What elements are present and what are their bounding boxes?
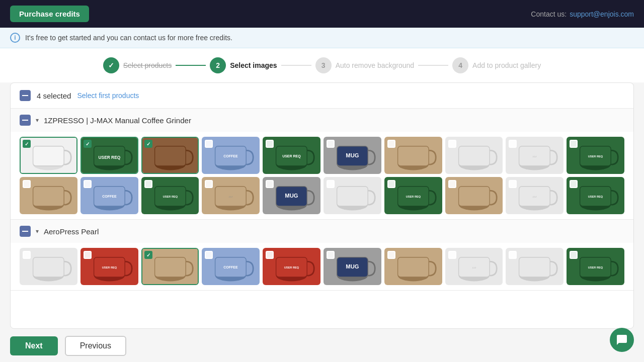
image-checkbox[interactable]: [327, 251, 335, 259]
product-2-name: AeroPress Pearl: [44, 227, 99, 236]
image-item[interactable]: ♪♪♪: [202, 177, 260, 214]
image-checkbox[interactable]: [509, 251, 517, 259]
image-item[interactable]: USER REQ: [567, 137, 624, 174]
image-checkbox[interactable]: [327, 140, 335, 148]
connector-1: [176, 65, 206, 66]
svg-rect-46: [458, 187, 490, 206]
image-item[interactable]: USER REQ: [263, 248, 320, 285]
image-item[interactable]: USER REQ: [567, 177, 624, 214]
image-checkbox[interactable]: [266, 251, 274, 259]
image-item[interactable]: [445, 177, 503, 214]
svg-rect-41: [337, 187, 368, 206]
svg-text:MUG: MUG: [285, 193, 298, 199]
image-item[interactable]: ♪♪♪: [506, 177, 564, 214]
chevron-down-icon[interactable]: ▾: [36, 117, 39, 124]
image-checkbox[interactable]: [570, 251, 578, 259]
image-checkbox[interactable]: [448, 180, 456, 188]
image-checkbox[interactable]: [387, 180, 395, 188]
image-checkbox[interactable]: [509, 180, 517, 188]
svg-text:USER REQ: USER REQ: [98, 155, 120, 160]
image-checkbox[interactable]: [327, 180, 335, 188]
chat-button[interactable]: [610, 328, 634, 352]
image-checkbox[interactable]: [266, 140, 274, 148]
product-2-deselect[interactable]: [20, 226, 31, 237]
step-3-circle: 3: [315, 57, 332, 73]
image-item[interactable]: [20, 248, 77, 285]
image-checkbox[interactable]: [387, 140, 395, 148]
image-checkbox[interactable]: [144, 140, 152, 148]
image-checkbox[interactable]: [23, 180, 31, 188]
next-button[interactable]: Next: [10, 336, 58, 355]
svg-text:USER REQ: USER REQ: [284, 266, 299, 269]
select-first-link[interactable]: Select first products: [77, 92, 139, 100]
image-checkbox[interactable]: [387, 251, 395, 259]
product-1-deselect[interactable]: [20, 115, 31, 126]
image-checkbox[interactable]: [448, 140, 456, 148]
image-checkbox[interactable]: [509, 140, 517, 148]
svg-rect-27: [33, 187, 64, 206]
step-1-circle: ✓: [103, 57, 119, 73]
chevron-down-icon-2[interactable]: ▾: [36, 228, 39, 235]
image-item[interactable]: MUG: [324, 137, 381, 174]
image-item[interactable]: [384, 248, 442, 285]
step-2-label: Select images: [230, 61, 277, 69]
image-item[interactable]: MUG: [263, 177, 320, 214]
image-item[interactable]: COFFEE: [202, 248, 260, 285]
image-item[interactable]: [141, 248, 199, 285]
image-checkbox[interactable]: [570, 180, 578, 188]
image-item[interactable]: USER REQ: [80, 248, 138, 285]
product-1-name: 1ZPRESSO | J-MAX Manual Coffee Grinder: [44, 116, 191, 125]
header: Purchase credits Contact us: support@enj…: [0, 0, 644, 28]
image-checkbox[interactable]: [144, 180, 152, 188]
svg-text:COFFEE: COFFEE: [224, 265, 238, 269]
image-checkbox[interactable]: [84, 140, 92, 148]
deselect-all-button[interactable]: [20, 90, 31, 101]
image-item[interactable]: [20, 177, 77, 214]
image-checkbox[interactable]: [266, 180, 274, 188]
image-item[interactable]: USER REQ: [141, 177, 199, 214]
svg-text:USER REQ: USER REQ: [588, 266, 603, 269]
image-item[interactable]: [384, 137, 442, 174]
image-checkbox[interactable]: [205, 180, 213, 188]
image-item[interactable]: [20, 137, 77, 174]
svg-text:♪♪♪: ♪♪♪: [533, 195, 537, 198]
image-item[interactable]: [324, 177, 381, 214]
connector-3: [418, 65, 448, 66]
image-checkbox[interactable]: [84, 180, 92, 188]
image-item[interactable]: [506, 248, 564, 285]
image-item[interactable]: COFFEE: [80, 177, 138, 214]
step-2-circle: 2: [210, 57, 226, 73]
step-2: 2 Select images: [210, 57, 277, 73]
image-item[interactable]: MUG: [324, 248, 381, 285]
step-4-label: Add to product gallery: [472, 61, 541, 69]
image-checkbox[interactable]: [144, 251, 152, 259]
scroll-area[interactable]: ▾ 1ZPRESSO | J-MAX Manual Coffee Grinder…: [11, 109, 633, 328]
product-header-2: ▾ AeroPress Pearl: [11, 220, 633, 243]
product-section-2: ▾ AeroPress Pearl USER REQ COFFEE: [11, 220, 633, 291]
image-checkbox[interactable]: [205, 251, 213, 259]
purchase-credits-button[interactable]: Purchase credits: [10, 6, 89, 22]
image-item[interactable]: USER REQ: [263, 137, 320, 174]
image-checkbox[interactable]: [23, 251, 31, 259]
image-item[interactable]: [445, 137, 503, 174]
product-1-image-grid: USER REQ COFFEE USER REQ MUG: [11, 132, 633, 219]
image-checkbox[interactable]: [84, 251, 92, 259]
image-checkbox[interactable]: [570, 140, 578, 148]
image-item[interactable]: [141, 137, 199, 174]
svg-rect-59: [154, 257, 186, 277]
image-item[interactable]: USER REQ: [384, 177, 442, 214]
image-item[interactable]: USER REQ: [80, 137, 138, 174]
svg-rect-1: [33, 146, 64, 166]
image-item[interactable]: ♪♪♪: [445, 248, 503, 285]
image-checkbox[interactable]: [448, 251, 456, 259]
bottom-bar: Next Previous: [0, 329, 644, 362]
image-checkbox[interactable]: [205, 140, 213, 148]
stepper: ✓ Select products 2 Select images 3 Auto…: [0, 48, 644, 82]
image-item[interactable]: USER REQ: [567, 248, 624, 285]
image-item[interactable]: COFFEE: [202, 137, 260, 174]
image-checkbox[interactable]: [23, 140, 31, 148]
previous-button[interactable]: Previous: [65, 336, 126, 356]
image-item[interactable]: ♪♪♪: [506, 137, 564, 174]
step-1-label: Select products: [123, 61, 172, 69]
contact-email-link[interactable]: support@enjois.com: [570, 10, 634, 18]
